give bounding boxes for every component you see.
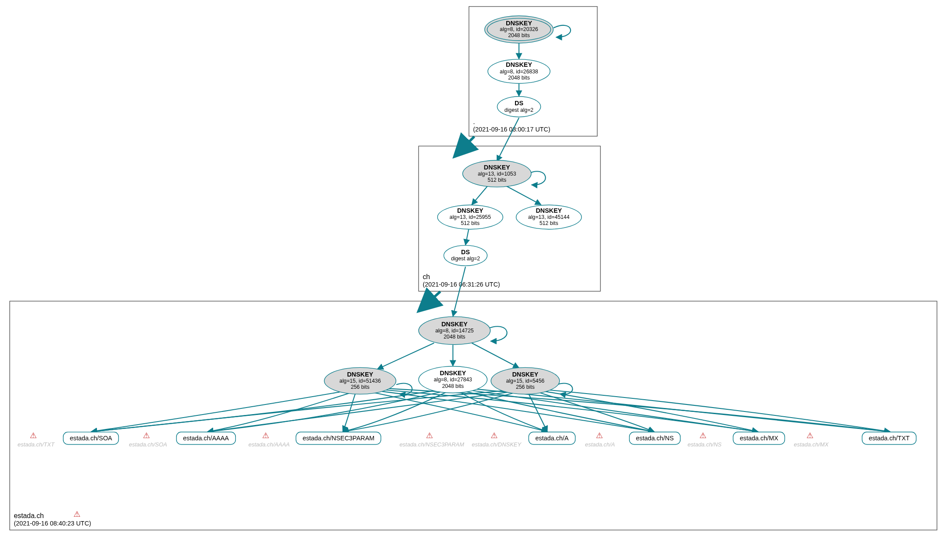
ghost-soa: estada.ch/SOA	[129, 442, 167, 448]
ghost-mx: estada.ch/MX	[794, 442, 828, 448]
node-title: DNSKEY	[484, 164, 510, 171]
node-sub2: 256 bits	[516, 384, 535, 391]
node-ch-ds: DS digest alg=2	[443, 245, 488, 266]
zone-ch-time: (2021-09-16 06:31:26 UTC)	[423, 281, 500, 288]
node-title: DNSKEY	[506, 20, 532, 27]
ghost-dnskey: estada.ch/DNSKEY	[472, 442, 521, 448]
warn-icon	[28, 431, 38, 440]
node-sub1: alg=15, id=51436	[339, 378, 381, 384]
node-root-ksk: DNSKEY alg=8, id=20326 2048 bits	[484, 16, 553, 44]
warn-icon	[805, 431, 815, 440]
ghost-aaaa: estada.ch/AAAA	[249, 442, 290, 448]
node-title: DNSKEY	[347, 371, 373, 378]
rrset-txt: estada.ch/TXT	[862, 432, 916, 445]
node-sub1: alg=8, id=14725	[435, 328, 474, 334]
rrset-label: estada.ch/TXT	[869, 435, 910, 442]
zone-root-name: .	[473, 118, 550, 126]
zone-domain-time: (2021-09-16 08:40:23 UTC)	[14, 520, 91, 527]
ghost-ns: estada.ch/NS	[688, 442, 722, 448]
node-sub2: 512 bits	[488, 177, 506, 183]
node-sub1: digest alg=2	[505, 107, 533, 113]
warn-icon	[698, 431, 708, 440]
warn-icon	[73, 510, 83, 519]
warn-icon	[595, 431, 605, 440]
ghost-nsec3: estada.ch/NSEC3PARAM	[399, 442, 464, 448]
node-sub2: 2048 bits	[508, 33, 530, 39]
node-title: DNSKEY	[457, 207, 483, 214]
warn-icon	[425, 431, 435, 440]
rrset-ns: estada.ch/NS	[629, 432, 681, 445]
rrset-a: estada.ch/A	[529, 432, 576, 445]
node-sub2: 512 bits	[461, 221, 480, 227]
node-title: DNSKEY	[441, 321, 467, 328]
warn-icon	[261, 431, 271, 440]
node-sub2: 2048 bits	[442, 383, 464, 389]
rrset-label: estada.ch/NS	[636, 435, 674, 442]
node-sub1: alg=8, id=26838	[500, 69, 538, 75]
node-domain-key-51436: DNSKEY alg=15, id=51436 256 bits	[324, 367, 397, 394]
rrset-label: estada.ch/NSEC3PARAM	[303, 435, 375, 442]
node-sub1: alg=13, id=25955	[450, 214, 491, 221]
node-ch-ksk: DNSKEY alg=13, id=1053 512 bits	[462, 160, 531, 187]
node-sub2: 2048 bits	[444, 334, 466, 340]
ghost-txt-left: estada.ch/TXT	[17, 442, 54, 448]
node-title: DNSKEY	[512, 371, 538, 378]
zone-root-time: (2021-09-16 03:00:17 UTC)	[473, 126, 550, 133]
rrset-label: estada.ch/MX	[740, 435, 778, 442]
node-sub2: 512 bits	[539, 221, 558, 227]
zone-ch-name: ch	[423, 273, 500, 281]
node-domain-key-5456: DNSKEY alg=15, id=5456 256 bits	[491, 367, 560, 394]
node-sub1: digest alg=2	[451, 256, 480, 262]
node-domain-key-27843: DNSKEY alg=8, id=27843 2048 bits	[418, 366, 488, 393]
node-sub1: alg=13, id=1053	[478, 171, 516, 177]
node-title: DS	[461, 249, 470, 256]
node-sub2: 2048 bits	[508, 75, 530, 81]
node-title: DNSKEY	[536, 207, 562, 214]
node-sub1: alg=15, id=5456	[506, 378, 544, 384]
node-title: DS	[515, 100, 523, 107]
rrset-soa: estada.ch/SOA	[63, 432, 119, 445]
rrset-label: estada.ch/SOA	[70, 435, 112, 442]
node-ch-zsk1: DNSKEY alg=13, id=25955 512 bits	[437, 205, 503, 230]
node-sub2: 256 bits	[351, 384, 370, 391]
rrset-mx: estada.ch/MX	[733, 432, 785, 445]
warn-icon	[142, 431, 152, 440]
node-title: DNSKEY	[440, 370, 466, 377]
node-domain-ksk: DNSKEY alg=8, id=14725 2048 bits	[418, 316, 491, 345]
node-sub1: alg=8, id=27843	[434, 377, 472, 383]
node-sub1: alg=13, id=45144	[528, 214, 570, 221]
node-root-ds: DS digest alg=2	[497, 96, 541, 117]
rrset-aaaa: estada.ch/AAAA	[176, 432, 236, 445]
rrset-label: estada.ch/A	[535, 435, 568, 442]
node-ch-zsk2: DNSKEY alg=13, id=45144 512 bits	[516, 205, 582, 230]
ghost-a: estada.ch/A	[585, 442, 615, 448]
node-title: DNSKEY	[506, 62, 532, 69]
rrset-nsec3param: estada.ch/NSEC3PARAM	[296, 432, 381, 445]
node-root-zsk: DNSKEY alg=8, id=26838 2048 bits	[488, 59, 550, 84]
warn-icon	[489, 431, 499, 440]
rrset-label: estada.ch/AAAA	[183, 435, 229, 442]
